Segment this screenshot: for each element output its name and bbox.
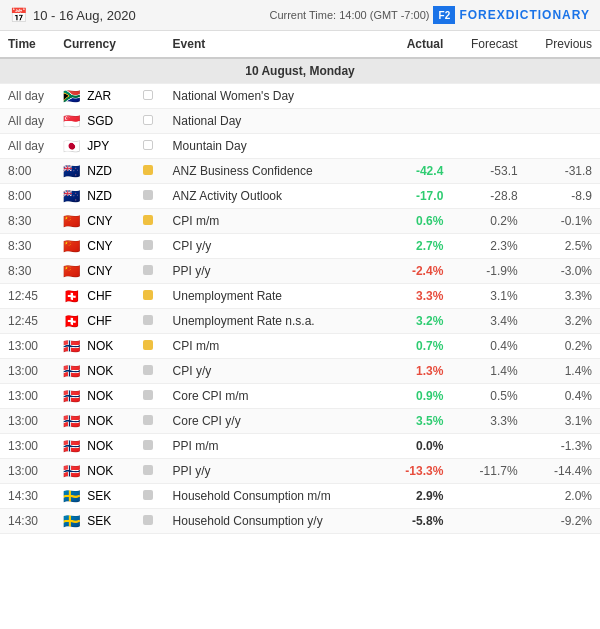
importance-cell xyxy=(135,409,165,434)
currency-code: NOK xyxy=(87,439,113,453)
time-cell: 13:00 xyxy=(0,384,55,409)
forecast-value xyxy=(451,109,525,134)
actual-value: 0.9% xyxy=(377,384,451,409)
actual-value: 2.7% xyxy=(377,234,451,259)
event-cell: Household Consumption y/y xyxy=(165,509,377,534)
currency-cell: 🇸🇪 SEK xyxy=(55,509,135,534)
event-cell: CPI y/y xyxy=(165,359,377,384)
col-header-event: Event xyxy=(165,31,377,58)
importance-indicator xyxy=(143,465,153,475)
importance-indicator xyxy=(143,415,153,425)
importance-cell xyxy=(135,334,165,359)
currency-code: NZD xyxy=(87,164,112,178)
event-cell: ANZ Activity Outlook xyxy=(165,184,377,209)
table-row: 8:00 🇳🇿 NZD ANZ Business Confidence -42.… xyxy=(0,159,600,184)
flag-icon: 🇨🇳 xyxy=(63,214,83,228)
table-row: 13:00 🇳🇴 NOK PPI m/m 0.0% -1.3% xyxy=(0,434,600,459)
table-row: 8:00 🇳🇿 NZD ANZ Activity Outlook -17.0 -… xyxy=(0,184,600,209)
time-cell: 8:30 xyxy=(0,259,55,284)
currency-code: CNY xyxy=(87,239,112,253)
importance-indicator xyxy=(143,440,153,450)
previous-value: -1.3% xyxy=(526,434,600,459)
event-cell: National Day xyxy=(165,109,377,134)
importance-cell xyxy=(135,284,165,309)
page-header: 📅 10 - 16 Aug, 2020 Current Time: 14:00 … xyxy=(0,0,600,31)
actual-value: -42.4 xyxy=(377,159,451,184)
forecast-value xyxy=(451,134,525,159)
currency-cell: 🇨🇭 CHF xyxy=(55,284,135,309)
currency-cell: 🇨🇳 CNY xyxy=(55,234,135,259)
time-cell: All day xyxy=(0,134,55,159)
previous-value: 0.4% xyxy=(526,384,600,409)
table-row: 12:45 🇨🇭 CHF Unemployment Rate n.s.a. 3.… xyxy=(0,309,600,334)
event-cell: CPI m/m xyxy=(165,209,377,234)
currency-cell: 🇳🇿 NZD xyxy=(55,184,135,209)
importance-indicator xyxy=(143,490,153,500)
actual-value xyxy=(377,84,451,109)
importance-cell xyxy=(135,159,165,184)
event-cell: PPI y/y xyxy=(165,459,377,484)
importance-indicator xyxy=(143,365,153,375)
current-time: Current Time: 14:00 (GMT -7:00) xyxy=(269,9,429,21)
time-cell: 13:00 xyxy=(0,359,55,384)
importance-cell xyxy=(135,459,165,484)
forecast-value xyxy=(451,509,525,534)
table-row: 8:30 🇨🇳 CNY CPI m/m 0.6% 0.2% -0.1% xyxy=(0,209,600,234)
importance-cell xyxy=(135,359,165,384)
logo-area: Current Time: 14:00 (GMT -7:00) F2 FOREX… xyxy=(269,6,590,24)
table-row: 13:00 🇳🇴 NOK CPI m/m 0.7% 0.4% 0.2% xyxy=(0,334,600,359)
event-cell: Core CPI y/y xyxy=(165,409,377,434)
actual-value: -13.3% xyxy=(377,459,451,484)
time-cell: 13:00 xyxy=(0,334,55,359)
flag-icon: 🇸🇬 xyxy=(63,114,83,128)
actual-value xyxy=(377,134,451,159)
previous-value: 2.0% xyxy=(526,484,600,509)
col-header-forecast: Forecast xyxy=(451,31,525,58)
flag-icon: 🇳🇴 xyxy=(63,439,83,453)
importance-indicator xyxy=(143,90,153,100)
currency-cell: 🇨🇳 CNY xyxy=(55,259,135,284)
currency-cell: 🇳🇴 NOK xyxy=(55,384,135,409)
time-cell: 13:00 xyxy=(0,459,55,484)
section-label: 10 August, Monday xyxy=(0,58,600,84)
section-header-row: 10 August, Monday xyxy=(0,58,600,84)
table-row: All day 🇿🇦 ZAR National Women's Day xyxy=(0,84,600,109)
currency-cell: 🇳🇴 NOK xyxy=(55,459,135,484)
previous-value: 2.5% xyxy=(526,234,600,259)
importance-indicator xyxy=(143,165,153,175)
currency-cell: 🇳🇿 NZD xyxy=(55,159,135,184)
importance-indicator xyxy=(143,240,153,250)
calendar-icon: 📅 xyxy=(10,7,27,23)
currency-code: JPY xyxy=(87,139,109,153)
time-cell: 13:00 xyxy=(0,409,55,434)
flag-icon: 🇸🇪 xyxy=(63,514,83,528)
flag-icon: 🇸🇪 xyxy=(63,489,83,503)
previous-value: -0.1% xyxy=(526,209,600,234)
actual-value: 2.9% xyxy=(377,484,451,509)
event-cell: PPI m/m xyxy=(165,434,377,459)
actual-value: 0.7% xyxy=(377,334,451,359)
importance-cell xyxy=(135,209,165,234)
flag-icon: 🇳🇴 xyxy=(63,339,83,353)
importance-cell xyxy=(135,484,165,509)
previous-value: 0.2% xyxy=(526,334,600,359)
table-body: 10 August, Monday All day 🇿🇦 ZAR Nationa… xyxy=(0,58,600,534)
currency-code: SGD xyxy=(87,114,113,128)
currency-cell: 🇨🇭 CHF xyxy=(55,309,135,334)
date-range: 📅 10 - 16 Aug, 2020 xyxy=(10,7,136,23)
previous-value xyxy=(526,109,600,134)
importance-indicator xyxy=(143,315,153,325)
currency-code: CNY xyxy=(87,214,112,228)
actual-value: 3.5% xyxy=(377,409,451,434)
previous-value xyxy=(526,134,600,159)
economic-calendar-table: Time Currency Event Actual Forecast Prev… xyxy=(0,31,600,534)
importance-cell xyxy=(135,84,165,109)
importance-cell xyxy=(135,234,165,259)
event-cell: CPI y/y xyxy=(165,234,377,259)
forecast-value xyxy=(451,484,525,509)
forecast-value: 2.3% xyxy=(451,234,525,259)
event-cell: Core CPI m/m xyxy=(165,384,377,409)
importance-cell xyxy=(135,434,165,459)
currency-cell: 🇳🇴 NOK xyxy=(55,409,135,434)
table-row: 8:30 🇨🇳 CNY CPI y/y 2.7% 2.3% 2.5% xyxy=(0,234,600,259)
